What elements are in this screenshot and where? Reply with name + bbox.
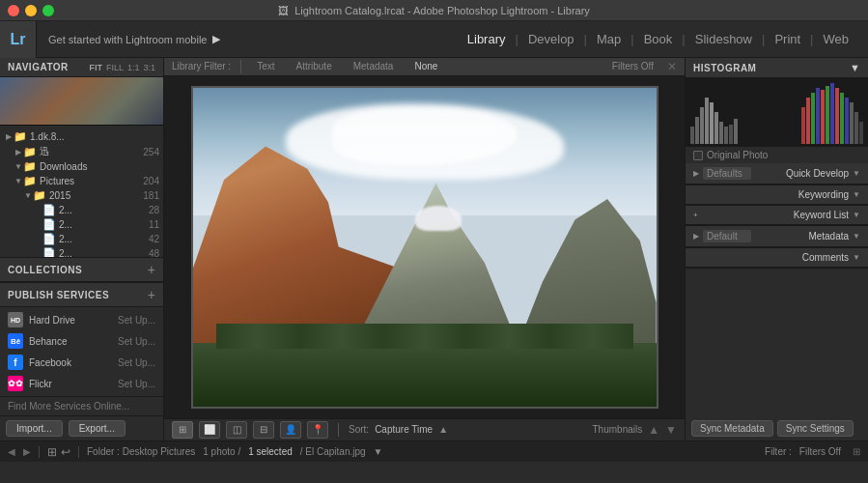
tree-item[interactable]: ▼ 📁 Pictures 204: [0, 174, 163, 188]
export-button[interactable]: Export...: [69, 420, 126, 437]
quick-develop-preset[interactable]: Defaults: [703, 167, 751, 180]
status-grid-icon[interactable]: ⊞: [47, 445, 57, 459]
sort-direction-icon[interactable]: ▲: [438, 424, 448, 435]
status-nav-forward[interactable]: ▶: [23, 446, 31, 457]
sync-metadata-button[interactable]: Sync Metadata: [691, 420, 773, 437]
quick-develop-header[interactable]: ▶ Defaults Quick Develop ▼: [686, 163, 868, 185]
publish-item-harddrive[interactable]: HD Hard Drive Set Up...: [0, 309, 163, 330]
keyword-list-menu-icon[interactable]: ▼: [853, 211, 860, 219]
svg-rect-3: [705, 98, 709, 144]
navigator-preview[interactable]: [0, 77, 163, 126]
fill-btn[interactable]: FILL: [106, 63, 124, 72]
3-1-btn[interactable]: 3:1: [143, 63, 155, 72]
publish-item-behance[interactable]: Bē Behance Set Up...: [0, 330, 163, 352]
status-expand-icon[interactable]: ⊞: [853, 446, 860, 457]
filmstrip-nav-down[interactable]: ▼: [665, 423, 677, 437]
flickr-setup-btn[interactable]: Set Up...: [118, 379, 155, 389]
quick-develop-title: Quick Develop: [755, 168, 849, 179]
tree-item[interactable]: 📄 2... 48: [0, 246, 163, 257]
tree-item[interactable]: 📄 2... 42: [0, 232, 163, 246]
nav-map[interactable]: Map: [587, 21, 630, 58]
filter-tab-text[interactable]: Text: [251, 61, 280, 71]
quick-develop-menu-icon[interactable]: ▼: [853, 169, 860, 178]
mobile-text: Get started with Lightroom mobile: [48, 34, 207, 45]
status-arrow-icon[interactable]: ↩: [61, 445, 70, 459]
keyword-list-add-icon[interactable]: +: [693, 211, 698, 219]
main-nav: Library | Develop | Map | Book | Slidesh…: [458, 21, 868, 58]
metadata-arrow: ▶: [693, 232, 699, 241]
metadata-preset[interactable]: Default: [703, 230, 751, 242]
nav-print[interactable]: Print: [765, 21, 810, 58]
maximize-button[interactable]: [42, 5, 54, 16]
publish-services-add-btn[interactable]: +: [148, 287, 155, 302]
close-button[interactable]: [8, 5, 19, 16]
tree-item[interactable]: 📄 2... 11: [0, 217, 163, 232]
nav-library[interactable]: Library: [458, 21, 516, 58]
filters-off-button[interactable]: Filters Off: [612, 61, 654, 71]
metadata-menu-icon[interactable]: ▼: [853, 232, 860, 241]
compare-view-button[interactable]: ◫: [226, 421, 247, 439]
svg-rect-1: [695, 117, 699, 144]
keywording-menu-icon[interactable]: ▼: [853, 190, 860, 199]
main-image-area: [164, 76, 685, 418]
metadata-header[interactable]: ▶ Default Metadata ▼: [686, 226, 868, 247]
publish-item-facebook[interactable]: f Facebook Set Up...: [0, 352, 163, 373]
nav-develop[interactable]: Develop: [518, 21, 584, 58]
fit-btn[interactable]: FIT: [89, 63, 102, 72]
main-image-frame[interactable]: [191, 86, 658, 409]
filter-close-icon[interactable]: ✕: [667, 60, 677, 73]
grid-view-button[interactable]: ⊞: [172, 421, 193, 439]
tree-item[interactable]: ▶ 📁 1.dk.8...: [0, 129, 163, 144]
filmstrip-nav-up[interactable]: ▲: [648, 423, 659, 437]
svg-rect-15: [826, 86, 829, 144]
find-more-services[interactable]: Find More Services Online...: [0, 396, 163, 415]
mobile-arrow[interactable]: ▶: [212, 33, 220, 45]
folder-text: Folder : Desktop Pictures: [87, 446, 195, 457]
histogram-chart: [686, 78, 868, 146]
import-button[interactable]: Import...: [6, 420, 63, 437]
flickr-label: Flickr: [29, 379, 118, 389]
filters-off-status[interactable]: Filters Off: [799, 446, 841, 457]
photo-name[interactable]: / El Capitan.jpg: [300, 446, 366, 457]
original-photo-checkbox[interactable]: [693, 151, 703, 160]
collections-header[interactable]: Collections +: [0, 257, 163, 282]
facebook-setup-btn[interactable]: Set Up...: [118, 357, 155, 368]
sort-value[interactable]: Capture Time: [375, 424, 433, 435]
window-controls: [8, 5, 54, 16]
comments-header[interactable]: Comments ▼: [686, 248, 868, 268]
1-1-btn[interactable]: 1:1: [127, 63, 140, 72]
collections-add-btn[interactable]: +: [148, 262, 155, 277]
loupe-view-button[interactable]: ⬜: [199, 421, 220, 439]
collections-title: Collections: [8, 265, 82, 275]
tree-item[interactable]: ▼ 📁 2015 181: [0, 188, 163, 203]
tree-item[interactable]: ▶ 📁 迅 254: [0, 144, 163, 159]
behance-setup-btn[interactable]: Set Up...: [118, 336, 155, 347]
nav-slideshow[interactable]: Slideshow: [686, 21, 762, 58]
keyword-list-header[interactable]: + Keyword List ▼: [686, 206, 868, 225]
comments-title: Comments: [693, 252, 849, 263]
publish-item-flickr[interactable]: ✿✿ Flickr Set Up...: [0, 373, 163, 394]
people-view-button[interactable]: 👤: [280, 421, 301, 439]
survey-view-button[interactable]: ⊟: [253, 421, 274, 439]
title-icon: 🖼: [278, 5, 289, 16]
tree-item[interactable]: 📄 2... 28: [0, 203, 163, 217]
top-bar: Lr Get started with Lightroom mobile ▶ L…: [0, 21, 868, 58]
photo-name-dropdown-icon[interactable]: ▼: [374, 446, 383, 457]
publish-services-header[interactable]: Publish Services +: [0, 282, 163, 307]
status-nav-back[interactable]: ◀: [8, 446, 15, 457]
map-view-button[interactable]: 📍: [307, 421, 328, 439]
filter-tab-none[interactable]: None: [408, 61, 443, 71]
nav-book[interactable]: Book: [634, 21, 683, 58]
filter-tab-metadata[interactable]: Metadata: [348, 61, 400, 71]
facebook-icon: f: [8, 355, 23, 370]
tree-item[interactable]: ▼ 📁 Downloads: [0, 159, 163, 174]
nav-web[interactable]: Web: [814, 21, 859, 58]
minimize-button[interactable]: [25, 5, 37, 16]
histogram-menu-icon[interactable]: ▼: [850, 62, 860, 73]
sync-settings-button[interactable]: Sync Settings: [777, 420, 854, 437]
svg-rect-12: [811, 93, 815, 144]
filter-tab-attribute[interactable]: Attribute: [290, 61, 337, 71]
comments-menu-icon[interactable]: ▼: [853, 253, 860, 262]
harddrive-setup-btn[interactable]: Set Up...: [118, 315, 155, 326]
keywording-header[interactable]: Keywording ▼: [686, 185, 868, 205]
